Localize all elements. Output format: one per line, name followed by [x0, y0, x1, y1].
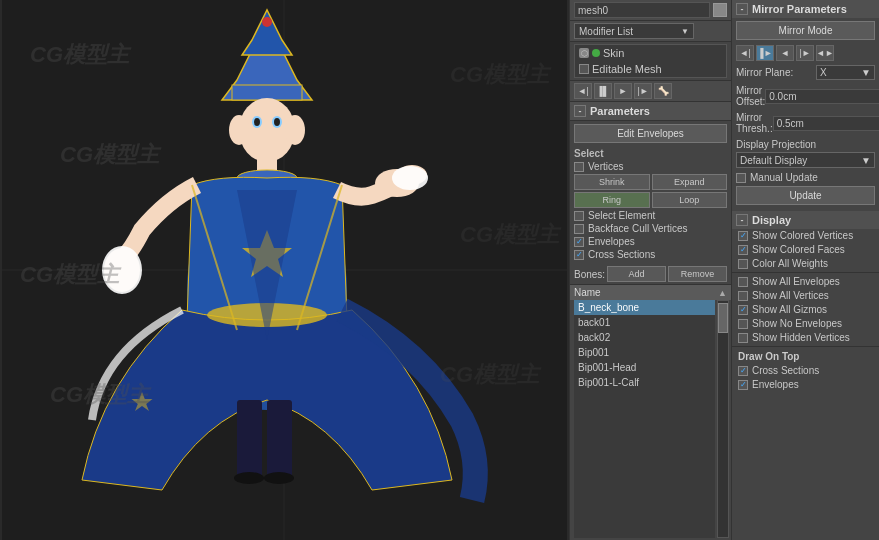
manual-update-checkbox[interactable]	[736, 173, 746, 183]
display-projection-dropdown[interactable]: Default Display ▼	[736, 152, 875, 168]
svg-point-12	[274, 118, 280, 126]
show-all-envelopes-row: Show All Envelopes	[732, 275, 879, 288]
ctrl-btn-end[interactable]: |►	[634, 83, 652, 99]
svg-rect-7	[232, 85, 302, 100]
mirror-params-collapse-btn[interactable]: -	[736, 3, 748, 15]
axis-dropdown-arrow-icon: ▼	[861, 67, 871, 78]
mirror-icon-5[interactable]: ◄►	[816, 45, 834, 61]
modifier-item-editable-mesh[interactable]: Editable Mesh	[575, 61, 726, 77]
parameters-collapse-btn[interactable]: -	[574, 105, 586, 117]
ring-button[interactable]: Ring	[574, 192, 650, 208]
bone-item-back02[interactable]: back02	[574, 330, 715, 345]
show-no-envelopes-checkbox[interactable]	[738, 319, 748, 329]
display-projection-label: Display Projection	[736, 139, 875, 150]
bones-row: Bones: Add Remove	[570, 264, 731, 284]
mirror-icon-2[interactable]: ▐►	[756, 45, 774, 61]
watermark-bot-left2: CG模型主	[50, 380, 149, 410]
vertices-checkbox[interactable]	[574, 162, 584, 172]
cross-sections-checkbox[interactable]	[574, 250, 584, 260]
bone-list[interactable]: B_neck_bone back01 back02 Bip001 Bip001-…	[574, 300, 715, 538]
shrink-expand-row: Shrink Expand	[574, 174, 727, 190]
svg-point-6	[262, 17, 272, 27]
display-collapse-btn[interactable]: -	[736, 214, 748, 226]
bone-list-scroll-thumb[interactable]	[718, 303, 728, 333]
shrink-button[interactable]: Shrink	[574, 174, 650, 190]
bone-item-back01[interactable]: back01	[574, 315, 715, 330]
svg-rect-25	[237, 400, 262, 480]
backface-cull-checkbox[interactable]	[574, 224, 584, 234]
mirror-plane-axis-dropdown[interactable]: X ▼	[816, 65, 875, 80]
name-column-header: Name ▲	[570, 284, 731, 300]
show-colored-faces-checkbox[interactable]	[738, 245, 748, 255]
cross-sections-label: Cross Sections	[588, 249, 655, 260]
bone-item-bip001[interactable]: Bip001	[574, 345, 715, 360]
show-colored-vertices-checkbox[interactable]	[738, 231, 748, 241]
show-hidden-vertices-checkbox[interactable]	[738, 333, 748, 343]
editable-mesh-checkbox[interactable]	[579, 64, 589, 74]
envelopes-checkbox[interactable]	[574, 237, 584, 247]
show-colored-vertices-row: Show Colored Vertices	[732, 229, 879, 242]
mirror-plane-row: Mirror Plane: X ▼	[732, 63, 879, 82]
bone-list-scrollbar[interactable]	[717, 300, 729, 538]
show-all-envelopes-checkbox[interactable]	[738, 277, 748, 287]
show-all-vertices-checkbox[interactable]	[738, 291, 748, 301]
modifier-row: Modifier List ▼	[570, 21, 731, 42]
show-colored-faces-label: Show Colored Faces	[752, 244, 845, 255]
bone-item-bip001-head[interactable]: Bip001-Head	[574, 360, 715, 375]
expand-button[interactable]: Expand	[652, 174, 728, 190]
mirror-thresh-input[interactable]	[773, 116, 879, 131]
modifier-list-dropdown[interactable]: Modifier List ▼	[574, 23, 694, 39]
envelopes-row-display: Envelopes	[732, 378, 879, 391]
svg-point-14	[285, 115, 305, 145]
manual-update-row: Manual Update	[736, 172, 875, 183]
divider-1	[732, 272, 879, 273]
edit-envelopes-button[interactable]: Edit Envelopes	[574, 124, 727, 143]
show-all-gizmos-checkbox[interactable]	[738, 305, 748, 315]
color-all-weights-label: Color All Weights	[752, 258, 828, 269]
select-subsection: Select Vertices Shrink Expand Ring Loop …	[570, 146, 731, 264]
backface-cull-row: Backface Cull Vertices	[574, 223, 727, 234]
show-all-vertices-row: Show All Vertices	[732, 289, 879, 302]
sort-arrow-icon[interactable]: ▲	[718, 288, 727, 298]
envelopes-display-checkbox[interactable]	[738, 380, 748, 390]
remove-bone-button[interactable]: Remove	[668, 266, 727, 282]
mirror-icon-3[interactable]: ◄	[776, 45, 794, 61]
modifier-tree: ⬡ Skin Editable Mesh	[574, 44, 727, 78]
modifier-item-skin[interactable]: ⬡ Skin	[575, 45, 726, 61]
watermark-bot-left: CG模型主	[20, 260, 119, 290]
mirror-offset-input[interactable]	[765, 89, 879, 104]
viewport[interactable]: CG模型主 CG模型主 CG模型主 CG模型主 CG模型主 CG模型主 CG模型…	[0, 0, 569, 540]
ctrl-btn-pause[interactable]: ▐▌	[594, 83, 612, 99]
bone-item-neck[interactable]: B_neck_bone	[574, 300, 715, 315]
mirror-icon-4[interactable]: |►	[796, 45, 814, 61]
cross-sections-display-checkbox[interactable]	[738, 366, 748, 376]
backface-cull-label: Backface Cull Vertices	[588, 223, 688, 234]
add-bone-button[interactable]: Add	[607, 266, 666, 282]
color-all-weights-checkbox[interactable]	[738, 259, 748, 269]
update-section: Manual Update Update	[732, 170, 879, 211]
svg-rect-26	[267, 400, 292, 480]
ctrl-btn-bone[interactable]: 🦴	[654, 83, 672, 99]
ctrl-btn-rewind[interactable]: ◄|	[574, 83, 592, 99]
svg-point-11	[254, 118, 260, 126]
show-no-envelopes-label: Show No Envelopes	[752, 318, 842, 329]
mirror-icon-1[interactable]: ◄|	[736, 45, 754, 61]
cross-sections-display-label: Cross Sections	[752, 365, 819, 376]
display-section-header: - Display	[732, 211, 879, 229]
update-button[interactable]: Update	[736, 186, 875, 205]
display-proj-arrow-icon: ▼	[861, 155, 871, 166]
dropdown-arrow-icon: ▼	[681, 27, 689, 36]
mirror-parameters-header: - Mirror Parameters	[732, 0, 879, 18]
loop-button[interactable]: Loop	[652, 192, 728, 208]
mirror-mode-button[interactable]: Mirror Mode	[736, 21, 875, 40]
svg-point-22	[392, 166, 428, 190]
mesh-header	[570, 0, 731, 21]
mirror-offset-row: Mirror Offset:	[732, 83, 879, 109]
bone-item-bip001-l-calf[interactable]: Bip001-L-Calf	[574, 375, 715, 390]
color-all-weights-row: Color All Weights	[732, 257, 879, 270]
select-element-checkbox[interactable]	[574, 211, 584, 221]
bone-list-container: B_neck_bone back01 back02 Bip001 Bip001-…	[572, 300, 729, 538]
mesh-name-input[interactable]	[574, 2, 710, 18]
divider-2	[732, 346, 879, 347]
ctrl-btn-play[interactable]: ►	[614, 83, 632, 99]
